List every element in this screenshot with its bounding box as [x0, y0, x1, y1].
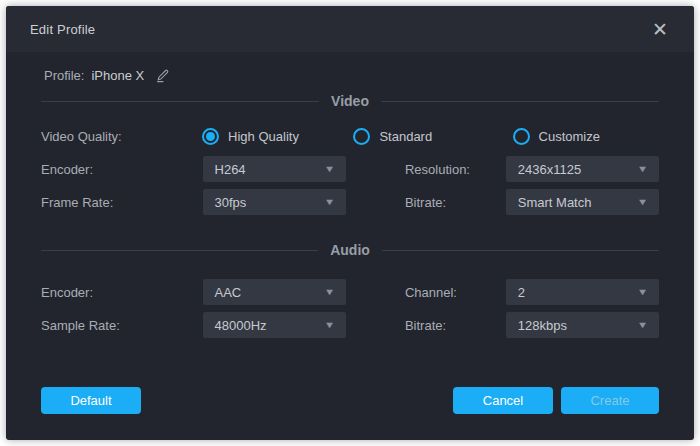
profile-row: Profile: iPhone X	[41, 64, 659, 86]
resolution-dropdown[interactable]: 2436x1125 ▼	[506, 156, 659, 182]
resolution-value: 2436x1125	[518, 162, 581, 177]
audio-bitrate-value: 128kbps	[518, 318, 567, 333]
frame-rate-dropdown[interactable]: 30fps ▼	[203, 189, 346, 215]
radio-standard[interactable]: Standard	[353, 128, 512, 145]
frame-rate-value: 30fps	[215, 195, 247, 210]
sample-rate-value: 48000Hz	[215, 318, 267, 333]
chevron-down-icon: ▼	[324, 287, 336, 297]
audio-encoder-dropdown[interactable]: AAC ▼	[203, 279, 346, 305]
cancel-button[interactable]: Cancel	[453, 387, 553, 414]
profile-name-value: iPhone X	[91, 68, 144, 83]
audio-encoder-channel-row: Encoder: AAC ▼ Channel: 2 ▼	[41, 279, 659, 305]
framerate-bitrate-row: Frame Rate: 30fps ▼ Bitrate: Smart Match…	[41, 189, 659, 215]
audio-section-title: Audio	[330, 242, 370, 258]
default-button[interactable]: Default	[41, 387, 141, 414]
radio-icon	[202, 128, 219, 145]
video-encoder-resolution-row: Encoder: H264 ▼ Resolution: 2436x1125 ▼	[41, 156, 659, 182]
divider-line	[41, 250, 318, 251]
video-bitrate-dropdown[interactable]: Smart Match ▼	[506, 189, 659, 215]
video-quality-row: Video Quality: High Quality Standard Cus…	[41, 124, 659, 148]
video-encoder-label: Encoder:	[41, 162, 203, 177]
close-icon[interactable]: ✕	[648, 18, 672, 41]
chevron-down-icon: ▼	[324, 320, 336, 330]
video-encoder-dropdown[interactable]: H264 ▼	[203, 156, 346, 182]
audio-encoder-label: Encoder:	[41, 285, 203, 300]
video-section-header: Video	[41, 92, 659, 110]
sample-rate-dropdown[interactable]: 48000Hz ▼	[203, 312, 346, 338]
radio-high-quality-label: High Quality	[228, 129, 299, 144]
video-bitrate-value: Smart Match	[518, 195, 592, 210]
video-section-title: Video	[331, 93, 369, 109]
dialog-title: Edit Profile	[30, 22, 95, 37]
audio-bitrate-dropdown[interactable]: 128kbps ▼	[506, 312, 659, 338]
resolution-label: Resolution:	[346, 162, 506, 177]
chevron-down-icon: ▼	[637, 197, 649, 207]
edit-pencil-icon[interactable]	[154, 67, 171, 84]
audio-encoder-value: AAC	[215, 285, 242, 300]
divider-line	[382, 250, 659, 251]
channel-label: Channel:	[346, 285, 506, 300]
chevron-down-icon: ▼	[637, 287, 649, 297]
channel-value: 2	[518, 285, 525, 300]
chevron-down-icon: ▼	[324, 164, 336, 174]
create-button[interactable]: Create	[561, 387, 659, 414]
divider-line	[41, 101, 319, 102]
samplerate-bitrate-row: Sample Rate: 48000Hz ▼ Bitrate: 128kbps …	[41, 312, 659, 338]
divider-line	[381, 101, 659, 102]
edit-profile-dialog: Edit Profile ✕ Profile: iPhone X Video V…	[6, 6, 694, 440]
audio-section-header: Audio	[41, 241, 659, 259]
video-encoder-value: H264	[215, 162, 246, 177]
audio-bitrate-label: Bitrate:	[346, 318, 506, 333]
radio-icon	[513, 128, 530, 145]
dialog-titlebar: Edit Profile ✕	[6, 6, 694, 52]
chevron-down-icon: ▼	[637, 164, 649, 174]
chevron-down-icon: ▼	[324, 197, 336, 207]
radio-standard-label: Standard	[379, 129, 432, 144]
radio-customize[interactable]: Customize	[513, 128, 659, 145]
profile-label: Profile:	[44, 68, 84, 83]
channel-dropdown[interactable]: 2 ▼	[506, 279, 659, 305]
radio-customize-label: Customize	[539, 129, 600, 144]
frame-rate-label: Frame Rate:	[41, 195, 203, 210]
radio-high-quality[interactable]: High Quality	[202, 128, 353, 145]
chevron-down-icon: ▼	[637, 320, 649, 330]
video-quality-label: Video Quality:	[41, 129, 202, 144]
dialog-content: Profile: iPhone X Video Video Quality: H…	[6, 64, 694, 338]
dialog-footer: Default Cancel Create	[41, 387, 659, 414]
radio-icon	[353, 128, 370, 145]
sample-rate-label: Sample Rate:	[41, 318, 203, 333]
video-bitrate-label: Bitrate:	[346, 195, 506, 210]
